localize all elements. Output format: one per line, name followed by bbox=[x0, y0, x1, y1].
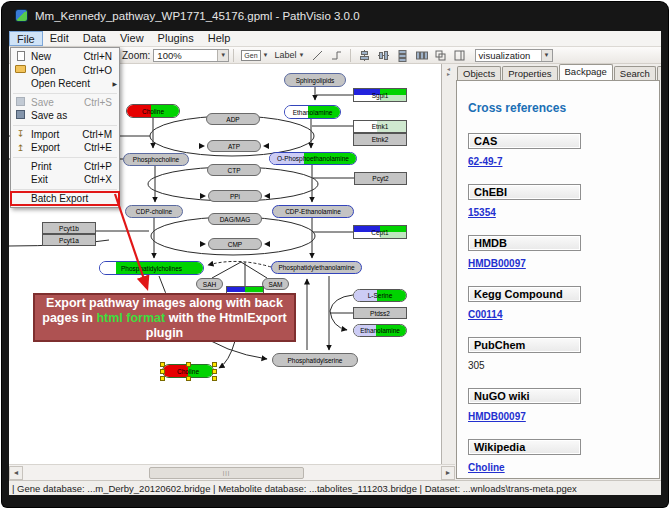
menu-view[interactable]: View bbox=[113, 31, 151, 46]
file-menu-label: Import bbox=[31, 129, 59, 140]
file-menu-label: Save bbox=[31, 97, 54, 108]
status-bar: | Gene database: ...m_Derby_20120602.bri… bbox=[9, 480, 661, 495]
selection-handle[interactable] bbox=[160, 376, 165, 381]
menu-edit[interactable]: Edit bbox=[43, 31, 76, 46]
cross-references-heading: Cross references bbox=[468, 101, 659, 115]
file-menu-item-import[interactable]: ↧ImportCtrl+M bbox=[11, 128, 119, 142]
scrollbar-thumb[interactable]: ||| bbox=[149, 467, 304, 479]
backpage-panel[interactable]: Cross references CAS62-49-7ChEBI15354HMD… bbox=[456, 80, 660, 479]
xref-link[interactable]: HMDB00097 bbox=[468, 411, 659, 422]
common-size-icon[interactable] bbox=[433, 48, 448, 63]
pathway-node-cept1[interactable]: Cept1 bbox=[353, 225, 407, 239]
selection-handle[interactable] bbox=[186, 376, 191, 381]
align-center-y-icon[interactable] bbox=[376, 48, 391, 63]
side-panel-icon[interactable] bbox=[452, 48, 467, 63]
menu-data[interactable]: Data bbox=[76, 31, 113, 46]
selection-handle[interactable] bbox=[160, 369, 165, 374]
visualization-combobox[interactable]: visualization ▼ bbox=[475, 49, 553, 62]
pathway-node-sgpl1[interactable]: Sgpl1 bbox=[353, 88, 407, 102]
xref-link[interactable]: HMDB00097 bbox=[468, 258, 659, 269]
pathway-node-ethanolamine[interactable]: Ethanolamine bbox=[284, 105, 341, 119]
node-label: SAM bbox=[268, 281, 282, 288]
file-menu-dropdown: NewCtrl+NOpenCtrl+OOpen Recent▶SaveCtrl+… bbox=[10, 47, 120, 208]
scroll-right-icon[interactable]: ► bbox=[441, 466, 455, 480]
selection-handle[interactable] bbox=[212, 369, 217, 374]
pathway-node-phosphatidylcholines[interactable]: Phosphatidylcholines bbox=[99, 261, 204, 275]
file-menu-item-print[interactable]: PrintCtrl+P bbox=[11, 160, 119, 174]
pathway-node-l-serine[interactable]: L-Serine bbox=[353, 289, 407, 302]
stack-vertical-icon[interactable] bbox=[395, 48, 410, 63]
panel-splitter[interactable]: ◂▸ bbox=[442, 64, 455, 464]
shortcut-text: Ctrl+M bbox=[82, 129, 116, 140]
tab-legend[interactable]: Legend bbox=[657, 66, 661, 80]
menu-help[interactable]: Help bbox=[201, 31, 238, 46]
xref-link[interactable]: C00114 bbox=[468, 309, 659, 320]
scroll-left-icon[interactable]: ◄ bbox=[9, 466, 23, 480]
callout-highlight: html format bbox=[96, 311, 165, 325]
xref-link[interactable]: 15354 bbox=[468, 207, 659, 218]
label-button[interactable]: Label ▼ bbox=[273, 49, 307, 61]
pathway-node-adp[interactable]: ADP bbox=[206, 113, 260, 125]
pathway-node-sam[interactable]: SAM bbox=[262, 278, 289, 290]
selection-handle[interactable] bbox=[160, 362, 165, 367]
pathway-node-o-phosphoethanolamine[interactable]: O-Phosphoethanolamine bbox=[269, 152, 357, 165]
pathway-node-choline[interactable]: Choline bbox=[162, 364, 214, 378]
pathway-node-sphingolipids[interactable]: Sphingolipids bbox=[284, 73, 346, 87]
file-menu-item-batch-export[interactable]: Batch Export bbox=[11, 192, 119, 206]
shortcut-text: Ctrl+X bbox=[84, 174, 116, 185]
line-tool-icon[interactable] bbox=[310, 48, 325, 63]
xref-section-header: NuGO wiki bbox=[468, 388, 581, 404]
pathway-node-ptdss2[interactable]: Ptdss2 bbox=[353, 307, 407, 319]
pathway-node-cdp-ethanolamine[interactable]: CDP-Ethanolamine bbox=[272, 205, 354, 218]
canvas-horizontal-scrollbar[interactable]: ◄ ||| ► bbox=[9, 464, 455, 480]
pathway-node-pcyt1b[interactable]: Pcyt1b bbox=[42, 222, 96, 234]
pathway-node-etnk1[interactable]: Etnk1 bbox=[353, 120, 407, 133]
tab-objects[interactable]: Objects bbox=[457, 66, 501, 80]
pathway-node-etnk2[interactable]: Etnk2 bbox=[353, 133, 407, 146]
file-menu-item-new[interactable]: NewCtrl+N bbox=[11, 50, 119, 64]
pathway-node-cmp[interactable]: CMP bbox=[208, 238, 262, 250]
menu-file[interactable]: File bbox=[9, 31, 43, 46]
gene-product-icon: Gen bbox=[241, 50, 260, 61]
xref-link[interactable]: Choline bbox=[468, 462, 659, 473]
node-label: Etnk2 bbox=[372, 136, 389, 143]
pathway-node-dag-mag[interactable]: DAG/MAG bbox=[208, 213, 262, 225]
pathway-node-ethanolamine[interactable]: Ethanolamine bbox=[353, 324, 407, 337]
menu-plugins[interactable]: Plugins bbox=[151, 31, 201, 46]
tab-search[interactable]: Search bbox=[614, 66, 656, 80]
selection-handle[interactable] bbox=[186, 362, 191, 367]
pathway-node-ctp[interactable]: CTP bbox=[207, 164, 261, 176]
selection-handle[interactable] bbox=[212, 376, 217, 381]
pathway-node-choline[interactable]: Choline bbox=[126, 104, 180, 118]
align-center-x-icon[interactable] bbox=[357, 48, 372, 63]
file-menu-item-open[interactable]: OpenCtrl+O bbox=[11, 64, 119, 78]
client-area: FileEditDataViewPluginsHelp Zoom: 100% ▼… bbox=[9, 31, 661, 495]
pathway-node-phosphatidylserine[interactable]: Phosphatidylserine bbox=[272, 353, 358, 367]
gene-product-button[interactable]: Gen ▼ bbox=[239, 49, 270, 62]
xref-section-header: Wikipedia bbox=[468, 439, 581, 455]
stack-horizontal-icon[interactable] bbox=[414, 48, 429, 63]
file-menu-item-open-recent[interactable]: Open Recent▶ bbox=[11, 77, 119, 91]
file-menu-item-exit[interactable]: ExitCtrl+X bbox=[11, 173, 119, 187]
node-label: Cept1 bbox=[371, 229, 388, 236]
xref-link[interactable]: 62-49-7 bbox=[468, 156, 659, 167]
selection-handle[interactable] bbox=[212, 362, 217, 367]
pathway-node-pcyt1a[interactable]: Pcyt1a bbox=[42, 234, 96, 246]
elbow-connector-icon[interactable] bbox=[329, 48, 344, 63]
pathway-node-phosphocholine[interactable]: Phosphocholine bbox=[123, 153, 189, 166]
pathway-node-phosphatidylethanolamine[interactable]: Phosphatidylethanolamine bbox=[271, 261, 362, 274]
tab-properties[interactable]: Properties bbox=[502, 66, 557, 80]
pathway-node-cdp-choline[interactable]: CDP-choline bbox=[125, 205, 183, 218]
pathway-node-ppi[interactable]: PPi bbox=[208, 190, 262, 202]
chevron-down-icon[interactable]: ▼ bbox=[217, 50, 228, 61]
title-bar[interactable]: Mm_Kennedy_pathway_WP1771_45176.gpml - P… bbox=[2, 2, 668, 29]
tab-backpage[interactable]: Backpage bbox=[559, 64, 613, 80]
file-menu-item-save[interactable]: SaveCtrl+S bbox=[11, 96, 119, 110]
chevron-down-icon[interactable]: ▼ bbox=[541, 50, 552, 61]
pathway-node-atp[interactable]: ATP bbox=[207, 140, 261, 152]
zoom-combobox[interactable]: 100% ▼ bbox=[153, 49, 229, 62]
file-menu-item-save-as[interactable]: Save as bbox=[11, 109, 119, 123]
pathway-node-sah[interactable]: SAH bbox=[196, 278, 223, 290]
pathway-node-pcyt2[interactable]: Pcyt2 bbox=[354, 172, 407, 185]
file-menu-item-export[interactable]: ↥ExportCtrl+E bbox=[11, 141, 119, 155]
